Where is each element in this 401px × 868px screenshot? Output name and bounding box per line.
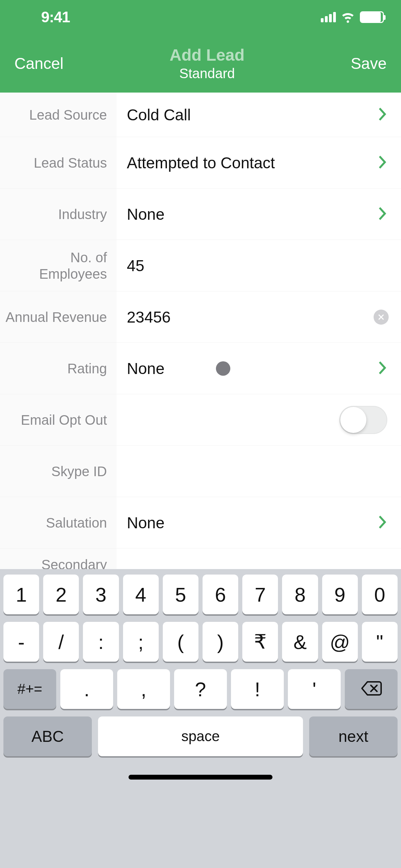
key-8[interactable]: 8 <box>282 575 318 614</box>
key-rupee[interactable]: ₹ <box>242 622 278 662</box>
chevron-right-icon <box>378 361 387 376</box>
label-lead-source: Lead Source <box>29 107 107 123</box>
key-0[interactable]: 0 <box>362 575 398 614</box>
key-paren-open[interactable]: ( <box>163 622 198 662</box>
key-1[interactable]: 1 <box>3 575 39 614</box>
home-indicator[interactable] <box>3 764 398 788</box>
key-abc-mode[interactable]: ABC <box>3 716 92 756</box>
key-paren-close[interactable]: ) <box>203 622 238 662</box>
row-secondary[interactable]: Secondary <box>0 548 401 569</box>
key-7[interactable]: 7 <box>242 575 278 614</box>
key-9[interactable]: 9 <box>322 575 358 614</box>
row-lead-status[interactable]: Lead Status Attempted to Contact <box>0 137 401 189</box>
label-salutation: Salutation <box>46 515 107 531</box>
wifi-icon <box>341 9 355 25</box>
key-dash[interactable]: - <box>3 622 39 662</box>
label-secondary: Secondary <box>41 556 107 569</box>
key-exclaim[interactable]: ! <box>231 669 284 709</box>
key-colon[interactable]: : <box>83 622 119 662</box>
chevron-right-icon <box>378 107 387 123</box>
key-backspace[interactable] <box>345 669 398 709</box>
save-button[interactable]: Save <box>351 54 387 73</box>
key-ampersand[interactable]: & <box>282 622 318 662</box>
label-industry: Industry <box>58 206 107 222</box>
email-opt-out-switch[interactable] <box>339 406 387 434</box>
page-subtitle: Standard <box>170 66 245 81</box>
key-semicolon[interactable]: ; <box>123 622 159 662</box>
value-annual-revenue: 23456 <box>127 308 171 326</box>
key-symbols-mode[interactable]: #+= <box>3 669 56 709</box>
row-rating[interactable]: Rating None <box>0 343 401 394</box>
label-no-employees: No. of Employees <box>0 249 107 282</box>
row-skype-id[interactable]: Skype ID <box>0 446 401 497</box>
value-salutation: None <box>127 514 165 532</box>
cancel-button[interactable]: Cancel <box>14 54 63 73</box>
chevron-right-icon <box>378 155 387 171</box>
label-rating: Rating <box>67 360 107 377</box>
value-rating: None <box>127 359 165 378</box>
status-bar: 9:41 <box>0 0 401 34</box>
status-icons <box>321 9 384 25</box>
label-lead-status: Lead Status <box>34 155 107 171</box>
value-industry: None <box>127 205 165 224</box>
row-no-employees[interactable]: No. of Employees 45 <box>0 240 401 291</box>
key-at[interactable]: @ <box>322 622 358 662</box>
clear-button[interactable] <box>374 310 389 325</box>
key-next[interactable]: next <box>309 716 398 756</box>
value-lead-status: Attempted to Contact <box>127 154 275 172</box>
cellular-icon <box>321 12 336 22</box>
form: Lead Source Cold Call Lead Status Attemp… <box>0 93 401 569</box>
key-2[interactable]: 2 <box>43 575 79 614</box>
backspace-icon <box>361 678 382 701</box>
status-time: 9:41 <box>41 9 70 26</box>
nav-bar: Cancel Add Lead Standard Save <box>0 34 401 93</box>
label-annual-revenue: Annual Revenue <box>5 309 107 325</box>
row-lead-source[interactable]: Lead Source Cold Call <box>0 93 401 137</box>
page-title: Add Lead <box>170 46 245 64</box>
chevron-right-icon <box>378 206 387 222</box>
text-cursor-handle[interactable] <box>216 361 230 376</box>
key-4[interactable]: 4 <box>123 575 159 614</box>
row-salutation[interactable]: Salutation None <box>0 497 401 548</box>
key-question[interactable]: ? <box>174 669 227 709</box>
key-comma[interactable]: , <box>117 669 170 709</box>
key-5[interactable]: 5 <box>163 575 198 614</box>
keyboard: 1 2 3 4 5 6 7 8 9 0 - / : ; ( ) ₹ & @ " … <box>0 569 401 868</box>
row-industry[interactable]: Industry None <box>0 189 401 240</box>
key-period[interactable]: . <box>60 669 113 709</box>
row-email-opt-out: Email Opt Out <box>0 394 401 446</box>
key-slash[interactable]: / <box>43 622 79 662</box>
label-email-opt-out: Email Opt Out <box>21 412 107 428</box>
label-skype-id: Skype ID <box>51 463 107 480</box>
row-annual-revenue[interactable]: Annual Revenue 23456 <box>0 291 401 343</box>
key-apostrophe[interactable]: ' <box>288 669 341 709</box>
key-3[interactable]: 3 <box>83 575 119 614</box>
chevron-right-icon <box>378 515 387 531</box>
key-quote[interactable]: " <box>362 622 398 662</box>
nav-title-group: Add Lead Standard <box>170 46 245 81</box>
battery-icon <box>360 11 384 23</box>
value-lead-source: Cold Call <box>127 106 191 124</box>
value-no-employees: 45 <box>127 256 144 275</box>
key-6[interactable]: 6 <box>203 575 238 614</box>
key-space[interactable]: space <box>98 716 303 756</box>
